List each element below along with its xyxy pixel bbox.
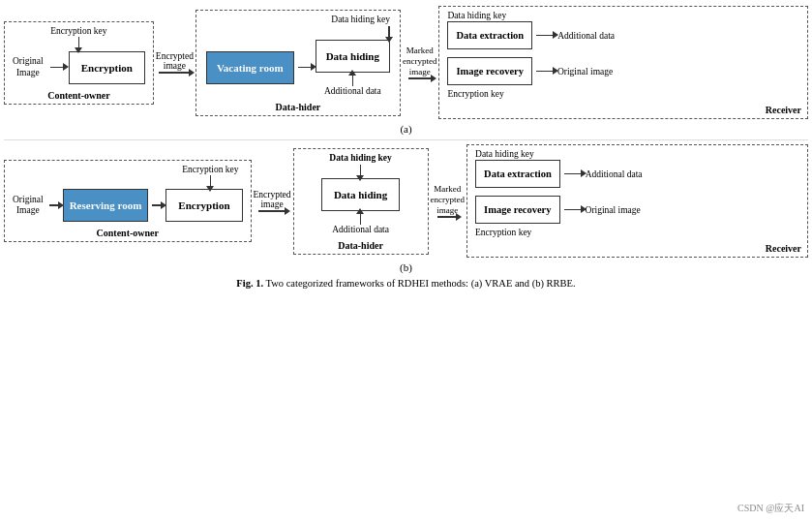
receiver-hiding-key-a: Data hiding key [447, 11, 506, 20]
fig-label: Fig. 1. [236, 278, 263, 289]
receiver-a: Receiver Data hiding key Data extraction… [438, 6, 808, 119]
receiver-b: Receiver Data hiding key Data extraction… [466, 144, 808, 258]
content-owner-a: Content-owner Encryption key OriginalIma… [4, 21, 154, 105]
marked-encrypted-label-b: Markedencryptedimage [431, 184, 465, 215]
orig-image-a: OriginalImage [13, 56, 44, 78]
enc-key-label-a: Encryption key [50, 26, 106, 36]
data-hiding-box-a: Data hiding [316, 40, 390, 73]
data-hiding-box-b: Data hiding [321, 178, 400, 211]
original-image-out-a: Original image [557, 67, 613, 77]
content-owner-b: Content-owner Encryption key OriginalIma… [4, 160, 252, 242]
figure-caption: Fig. 1. Two categorized frameworks of RD… [0, 278, 812, 289]
diagram-a-row: Content-owner Encryption key OriginalIma… [4, 6, 808, 119]
reserving-room-box: Reserving room [63, 189, 149, 222]
image-recovery-box-a: Image recovery [447, 57, 531, 85]
receiver-hiding-key-b: Data hiding key [475, 149, 534, 159]
data-hider-b: Data-hider Data hiding key Data hiding A… [293, 148, 429, 255]
receiver-enc-key-a: Encryption key [447, 89, 503, 99]
diagram-b-container: Content-owner Encryption key OriginalIma… [0, 144, 812, 275]
data-hider-a: Data-hider Data hiding key Vacating room… [195, 10, 401, 116]
watermark: CSDN @应天AI [737, 502, 804, 515]
receiver-a-label: Receiver [766, 105, 801, 115]
caption-text: Two categorized frameworks of RDHEI meth… [263, 278, 576, 289]
content-owner-b-label: Content-owner [97, 228, 159, 238]
diagram-b-section-label: (b) [4, 261, 808, 273]
receiver-b-label: Receiver [766, 243, 801, 254]
hiding-key-a: Data hiding key [331, 15, 390, 24]
orig-image-b: OriginalImage [13, 195, 44, 217]
data-extraction-box-b: Data extraction [475, 160, 560, 188]
original-image-out-b: Original image [586, 205, 641, 215]
diagram-a-container: Content-owner Encryption key OriginalIma… [0, 0, 812, 138]
additional-data-label-b: Additional data [332, 225, 389, 234]
additional-data-out-b: Additional data [586, 169, 643, 179]
encrypted-image-label-a: Encryptedimage [156, 51, 194, 71]
image-recovery-box-b: Image recovery [475, 196, 559, 224]
hiding-key-b: Data hiding key [329, 153, 391, 163]
separator [4, 139, 808, 140]
marked-encrypted-label-a: Markedencryptedimage [403, 46, 436, 77]
data-extraction-box-a: Data extraction [447, 21, 532, 49]
encryption-box-b: Encryption [165, 189, 242, 222]
encryption-box-a: Encryption [69, 51, 145, 84]
additional-data-out-a: Additional data [557, 31, 615, 41]
enc-key-label-b: Encryption key [182, 165, 238, 174]
diagram-b-row: Content-owner Encryption key OriginalIma… [4, 144, 808, 258]
data-hider-b-label: Data-hider [338, 240, 383, 251]
vacating-room-box: Vacating room [206, 51, 294, 84]
diagram-a-section-label: (a) [4, 123, 808, 135]
receiver-enc-key-b: Encryption key [475, 228, 531, 237]
data-hider-a-label: Data-hider [276, 102, 321, 112]
additional-data-label-a: Additional data [324, 86, 381, 96]
content-owner-a-label: Content-owner [47, 90, 109, 101]
